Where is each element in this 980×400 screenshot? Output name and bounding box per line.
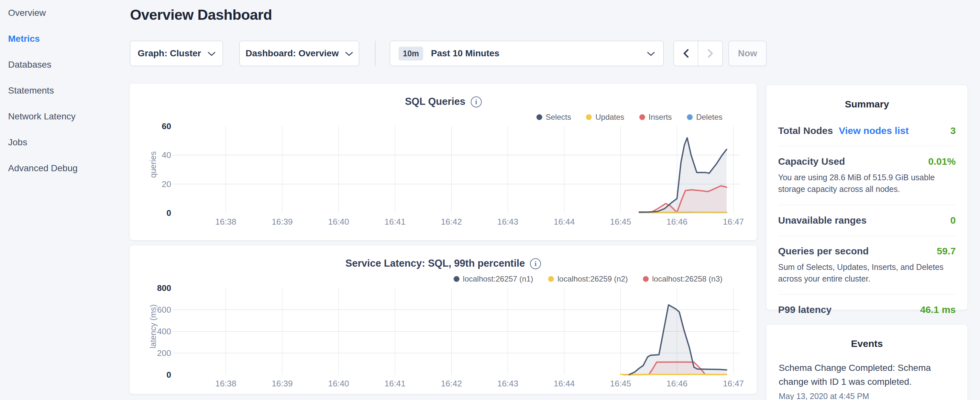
next-time-button[interactable] bbox=[698, 41, 722, 66]
chart-legend: localhost:26257 (n1) localhost:26259 (n2… bbox=[453, 274, 722, 284]
legend-item-inserts[interactable]: Inserts bbox=[639, 113, 672, 122]
sidebar: Overview Metrics Databases Statements Ne… bbox=[0, 0, 129, 400]
chart-title: Service Latency: SQL, 99th percentile bbox=[345, 258, 525, 269]
summary-row-qps: Queries per second 59.7 bbox=[778, 245, 956, 257]
dashboard-dropdown[interactable]: Dashboard: Overview bbox=[239, 41, 359, 66]
x-tick-label: 16:46 bbox=[656, 379, 698, 389]
time-range-label: Past 10 Minutes bbox=[431, 48, 500, 59]
x-tick-label: 16:39 bbox=[261, 379, 303, 389]
x-tick-label: 16:39 bbox=[261, 217, 303, 227]
capacity-used-value: 0.01% bbox=[928, 156, 956, 167]
divider bbox=[778, 205, 956, 205]
divider bbox=[778, 294, 956, 295]
summary-row-total-nodes: Total Nodes View nodes list 3 bbox=[778, 125, 956, 136]
previous-time-button[interactable] bbox=[674, 41, 698, 66]
qps-description: Sum of Selects, Updates, Inserts, and De… bbox=[778, 261, 956, 285]
chevron-down-icon bbox=[647, 52, 655, 56]
x-tick-label: 16:44 bbox=[543, 379, 585, 389]
info-icon[interactable]: i bbox=[471, 96, 482, 107]
sidebar-item-network-latency[interactable]: Network Latency bbox=[0, 104, 129, 129]
series-color-dot bbox=[639, 114, 645, 120]
series-color-dot bbox=[536, 114, 542, 120]
divider bbox=[778, 236, 956, 236]
y-tick-label: 0 bbox=[135, 208, 171, 218]
chevron-left-icon bbox=[681, 48, 690, 59]
chevron-right-icon bbox=[706, 48, 715, 59]
metrics-page: Overview Metrics Databases Statements Ne… bbox=[0, 0, 980, 400]
sql-queries-plot[interactable] bbox=[173, 126, 740, 213]
series-color-dot bbox=[687, 114, 693, 120]
x-tick-label: 16:46 bbox=[656, 217, 698, 227]
legend-item-updates[interactable]: Updates bbox=[586, 113, 624, 122]
x-tick-label: 16:47 bbox=[713, 379, 754, 389]
series-color-dot bbox=[586, 114, 592, 120]
chart-title: SQL Queries bbox=[405, 96, 465, 107]
summary-panel: Summary Total Nodes View nodes list 3 Ca… bbox=[766, 85, 968, 310]
series-color-dot bbox=[548, 276, 554, 282]
summary-row-capacity-used: Capacity Used 0.01% bbox=[778, 156, 956, 167]
x-tick-label: 16:38 bbox=[205, 217, 247, 227]
legend-item-selects[interactable]: Selects bbox=[536, 113, 571, 122]
event-item[interactable]: Schema Change Completed: Schema change w… bbox=[779, 361, 955, 400]
y-tick-label: 600 bbox=[135, 305, 171, 315]
x-tick-label: 16:47 bbox=[713, 217, 754, 227]
x-tick-label: 16:40 bbox=[318, 217, 360, 227]
sidebar-item-advanced-debug[interactable]: Advanced Debug bbox=[0, 155, 129, 181]
y-tick-label: 20 bbox=[135, 179, 171, 189]
x-tick-label: 16:42 bbox=[430, 217, 473, 227]
sidebar-item-statements[interactable]: Statements bbox=[0, 78, 129, 104]
time-pager bbox=[674, 41, 723, 66]
series-color-dot bbox=[643, 276, 649, 282]
x-tick-label: 16:40 bbox=[318, 379, 360, 389]
time-range-dropdown[interactable]: 10m Past 10 Minutes bbox=[390, 41, 663, 66]
info-icon[interactable]: i bbox=[530, 258, 541, 269]
p99-latency-value: 46.1 ms bbox=[920, 304, 956, 315]
x-tick-label: 16:42 bbox=[430, 379, 473, 389]
x-tick-label: 16:38 bbox=[205, 379, 247, 389]
chevron-down-icon bbox=[208, 52, 215, 56]
service-latency-chart-card: Service Latency: SQL, 99th percentile i … bbox=[129, 245, 757, 394]
qps-value: 59.7 bbox=[937, 245, 956, 257]
y-tick-label: 400 bbox=[135, 327, 171, 336]
graph-scope-dropdown[interactable]: Graph: Cluster bbox=[130, 41, 223, 66]
x-tick-label: 16:43 bbox=[487, 379, 529, 389]
summary-row-unavailable-ranges: Unavailable ranges 0 bbox=[778, 215, 956, 226]
x-tick-label: 16:41 bbox=[374, 217, 416, 227]
chart-legend: Selects Updates Inserts Deletes bbox=[536, 113, 723, 122]
y-tick-label: 0 bbox=[135, 370, 171, 380]
events-panel: Events Schema Change Completed: Schema c… bbox=[766, 324, 968, 400]
controls-divider bbox=[375, 41, 375, 66]
sidebar-item-metrics[interactable]: Metrics bbox=[0, 26, 129, 52]
sidebar-item-jobs[interactable]: Jobs bbox=[0, 129, 129, 155]
sidebar-item-databases[interactable]: Databases bbox=[0, 52, 129, 78]
event-timestamp: May 13, 2020 at 4:45 PM bbox=[779, 392, 955, 400]
time-range-badge: 10m bbox=[399, 46, 423, 61]
events-title: Events bbox=[767, 325, 967, 349]
y-tick-label: 60 bbox=[135, 121, 171, 131]
legend-item-n2[interactable]: localhost:26259 (n2) bbox=[548, 274, 628, 284]
legend-item-n1[interactable]: localhost:26257 (n1) bbox=[453, 274, 533, 284]
x-tick-label: 16:45 bbox=[600, 379, 641, 389]
divider bbox=[778, 146, 956, 146]
x-tick-label: 16:41 bbox=[374, 379, 416, 389]
x-tick-label: 16:45 bbox=[600, 217, 641, 227]
y-axis-title: queries bbox=[148, 121, 158, 208]
series-color-dot bbox=[453, 276, 460, 282]
x-tick-label: 16:44 bbox=[543, 217, 585, 227]
event-message: Schema Change Completed: Schema change w… bbox=[779, 361, 934, 389]
unavailable-ranges-value: 0 bbox=[950, 215, 956, 226]
x-tick-label: 16:43 bbox=[487, 217, 529, 227]
service-latency-plot[interactable] bbox=[173, 288, 740, 375]
y-tick-label: 800 bbox=[135, 283, 171, 293]
sidebar-item-overview[interactable]: Overview bbox=[0, 0, 129, 26]
now-button[interactable]: Now bbox=[729, 41, 767, 66]
legend-item-n3[interactable]: localhost:26258 (n3) bbox=[643, 274, 722, 284]
summary-title: Summary bbox=[767, 85, 967, 110]
summary-row-p99-latency: P99 latency 46.1 ms bbox=[778, 304, 956, 315]
capacity-used-description: You are using 28.6 MiB of 515.9 GiB usab… bbox=[778, 172, 956, 195]
view-nodes-list-link[interactable]: View nodes list bbox=[838, 125, 908, 136]
sql-queries-chart-card: SQL Queries i Selects Updates Inserts De… bbox=[129, 83, 757, 241]
total-nodes-value: 3 bbox=[950, 125, 956, 136]
y-tick-label: 200 bbox=[135, 348, 171, 358]
legend-item-deletes[interactable]: Deletes bbox=[687, 113, 722, 122]
